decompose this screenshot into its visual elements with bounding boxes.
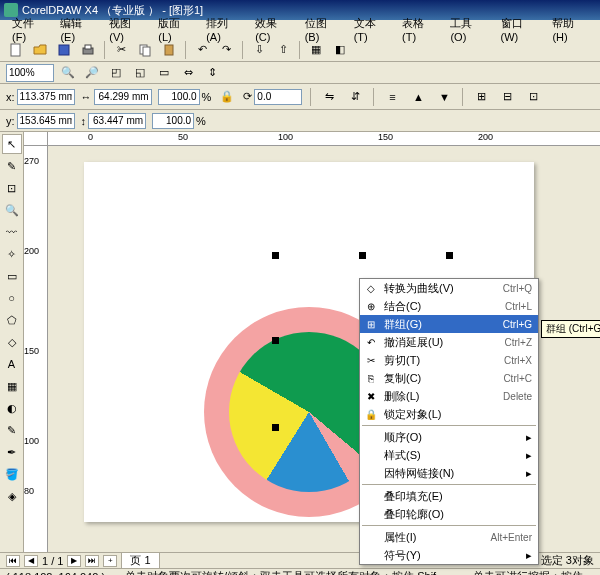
import-icon[interactable]: ⇩ [249, 40, 269, 60]
curves-icon: ◇ [364, 281, 378, 295]
menu-text[interactable]: 文本(T) [348, 15, 394, 44]
selection-handle[interactable] [359, 252, 366, 259]
cm-style[interactable]: 样式(S)▸ [360, 446, 538, 464]
property-bar: x: ↔ % 🔒 ⟳ ⇋ ⇵ ≡ ▲ ▼ ⊞ ⊟ ⊡ [0, 84, 600, 110]
mirror-h-icon[interactable]: ⇋ [319, 87, 339, 107]
lock-ratio-icon[interactable]: 🔒 [217, 87, 237, 107]
cm-properties[interactable]: 属性(I)Alt+Enter [360, 528, 538, 546]
shape-tool-icon[interactable]: ✎ [2, 156, 22, 176]
paste-icon[interactable] [159, 40, 179, 60]
w-input[interactable] [94, 89, 152, 105]
zoom-width-icon[interactable]: ⇔ [178, 63, 198, 83]
h-input[interactable] [88, 113, 146, 129]
to-front-icon[interactable]: ▲ [408, 87, 428, 107]
smart-fill-icon[interactable]: ✧ [2, 244, 22, 264]
ellipse-tool-icon[interactable]: ○ [2, 288, 22, 308]
zoom-all-icon[interactable]: ◱ [130, 63, 150, 83]
percent-label-2: % [196, 115, 206, 127]
svg-rect-3 [85, 45, 91, 49]
text-tool-icon[interactable]: A [2, 354, 22, 374]
cm-overprint-outline[interactable]: 叠印轮廓(O) [360, 505, 538, 523]
polygon-tool-icon[interactable]: ⬠ [2, 310, 22, 330]
fill-tool-icon[interactable]: 🪣 [2, 464, 22, 484]
cm-lock[interactable]: 🔒锁定对象(L) [360, 405, 538, 423]
undo-icon[interactable]: ↶ [192, 40, 212, 60]
interactive-fill-icon[interactable]: ◈ [2, 486, 22, 506]
selection-handle[interactable] [272, 252, 279, 259]
table-tool-icon[interactable]: ▦ [2, 376, 22, 396]
ruler-vertical[interactable]: 270 200 150 100 80 [24, 146, 48, 552]
combine-icon: ⊕ [364, 299, 378, 313]
next-page-icon[interactable]: ▶ [67, 555, 81, 567]
x-input[interactable] [17, 89, 75, 105]
undo-icon: ↶ [364, 335, 378, 349]
ruler-horizontal[interactable]: 0 50 100 150 200 [48, 132, 600, 146]
submenu-arrow-icon: ▸ [526, 549, 532, 562]
cm-order[interactable]: 顺序(O)▸ [360, 428, 538, 446]
page-tab[interactable]: 页 1 [121, 552, 159, 569]
redo-icon[interactable]: ↷ [216, 40, 236, 60]
scale-y-input[interactable] [152, 113, 194, 129]
cm-copy[interactable]: ⎘复制(C)Ctrl+C [360, 369, 538, 387]
zoom-page-icon[interactable]: ▭ [154, 63, 174, 83]
print-icon[interactable] [78, 40, 98, 60]
cm-overprint-fill[interactable]: 叠印填充(E) [360, 487, 538, 505]
menu-tools[interactable]: 工具(O) [444, 15, 492, 44]
cm-undo[interactable]: ↶撤消延展(U)Ctrl+Z [360, 333, 538, 351]
menu-table[interactable]: 表格(T) [396, 15, 442, 44]
angle-input[interactable] [254, 89, 302, 105]
basic-shapes-icon[interactable]: ◇ [2, 332, 22, 352]
blend-tool-icon[interactable]: ◐ [2, 398, 22, 418]
export-icon[interactable]: ⇧ [273, 40, 293, 60]
zoom-tool-icon[interactable]: 🔍 [2, 200, 22, 220]
selection-handle[interactable] [446, 252, 453, 259]
last-page-icon[interactable]: ⏭ [85, 555, 99, 567]
align-icon[interactable]: ≡ [382, 87, 402, 107]
zoom-out-icon[interactable]: 🔎 [82, 63, 102, 83]
cm-link[interactable]: 因特网链接(N)▸ [360, 464, 538, 482]
open-icon[interactable] [30, 40, 50, 60]
prev-page-icon[interactable]: ◀ [24, 555, 38, 567]
app-launcher-icon[interactable]: ▦ [306, 40, 326, 60]
ruler-origin[interactable] [24, 132, 48, 146]
scale-x-input[interactable] [158, 89, 200, 105]
save-icon[interactable] [54, 40, 74, 60]
cm-separator [362, 425, 536, 426]
cm-convert-curves[interactable]: ◇转换为曲线(V)Ctrl+Q [360, 279, 538, 297]
selection-handle[interactable] [272, 424, 279, 431]
lock-icon: 🔒 [364, 407, 378, 421]
cm-delete[interactable]: ✖删除(L)Delete [360, 387, 538, 405]
y-input[interactable] [17, 113, 75, 129]
zoom-sel-icon[interactable]: ◰ [106, 63, 126, 83]
cut-icon[interactable]: ✂ [111, 40, 131, 60]
crop-tool-icon[interactable]: ⊡ [2, 178, 22, 198]
outline-tool-icon[interactable]: ✒ [2, 442, 22, 462]
menu-help[interactable]: 帮助(H) [546, 15, 594, 44]
zoom-height-icon[interactable]: ⇕ [202, 63, 222, 83]
ungroup-icon[interactable]: ⊟ [497, 87, 517, 107]
freehand-tool-icon[interactable]: 〰 [2, 222, 22, 242]
menu-window[interactable]: 窗口(W) [495, 15, 545, 44]
add-page-icon[interactable]: + [103, 555, 117, 567]
eyedropper-tool-icon[interactable]: ✎ [2, 420, 22, 440]
selection-handle[interactable] [272, 337, 279, 344]
rectangle-tool-icon[interactable]: ▭ [2, 266, 22, 286]
hint-text: 单击对象两次可旋转/倾斜；双击工具可选择所有对象；按住 Shif… [125, 569, 447, 575]
cm-cut[interactable]: ✂剪切(T)Ctrl+X [360, 351, 538, 369]
cm-group[interactable]: ⊞群组(G)Ctrl+G [360, 315, 538, 333]
mirror-v-icon[interactable]: ⇵ [345, 87, 365, 107]
to-back-icon[interactable]: ▼ [434, 87, 454, 107]
new-icon[interactable] [6, 40, 26, 60]
property-bar-2: y: ↕ % [0, 110, 600, 132]
copy-icon[interactable] [135, 40, 155, 60]
submenu-arrow-icon: ▸ [526, 467, 532, 480]
zoom-in-icon[interactable]: 🔍 [58, 63, 78, 83]
zoom-combo[interactable] [6, 64, 54, 82]
ungroup-all-icon[interactable]: ⊡ [523, 87, 543, 107]
welcome-icon[interactable]: ◧ [330, 40, 350, 60]
cm-combine[interactable]: ⊕结合(C)Ctrl+L [360, 297, 538, 315]
cm-symbol[interactable]: 符号(Y)▸ [360, 546, 538, 564]
first-page-icon[interactable]: ⏮ [6, 555, 20, 567]
group-icon[interactable]: ⊞ [471, 87, 491, 107]
pick-tool-icon[interactable]: ↖ [2, 134, 22, 154]
